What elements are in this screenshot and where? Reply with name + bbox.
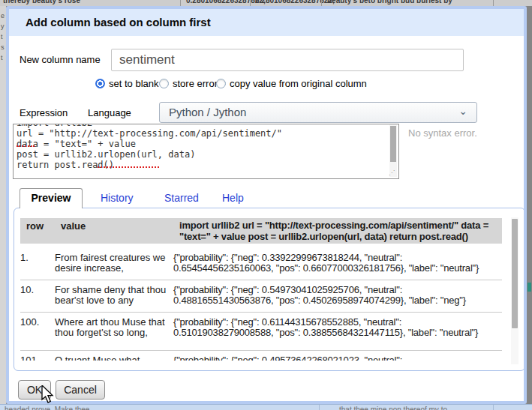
background-table-left-edge: e y t s t: [0, 6, 6, 404]
background-fragment: t: [1, 54, 3, 61]
header-expression: import urllib2 url = "http://text-proces…: [179, 220, 506, 242]
background-scroll-marker: [527, 283, 531, 292]
row-output: {"probability": {"neg": 0.33922999673818…: [173, 253, 500, 273]
new-column-name-label: New column name: [20, 54, 101, 65]
new-column-name-input[interactable]: sentiment: [111, 49, 464, 71]
cancel-button[interactable]: Cancel: [56, 380, 105, 400]
row-output: {"probability": {"neg": 0.61144315678552…: [173, 317, 500, 337]
tab-help[interactable]: Help: [222, 192, 244, 204]
row-divider: [20, 350, 502, 351]
row-divider: [20, 280, 502, 280]
expression-editor[interactable]: import urllib2 url = "http://text-proces…: [13, 124, 399, 179]
row-value: Where art thou Muse that thou forget'st …: [55, 317, 169, 337]
preview-panel: row value import urllib2 url = "http://t…: [14, 208, 525, 371]
radio-set-to-blank-label[interactable]: set to blank: [109, 78, 159, 89]
expression-code: import urllib2 url = "http://text-proces…: [17, 124, 398, 170]
add-column-dialog: Add column based on column first New col…: [6, 6, 527, 404]
background-table-top-row: thereby beauty's rose 0.2801068226328782…: [0, 0, 532, 6]
background-cell: headed prove, Make thee: [5, 406, 89, 410]
row-index: 1.: [20, 253, 50, 263]
background-cell: beauty's beto bright bud buriest by: [327, 0, 452, 4]
header-value: value: [61, 220, 175, 232]
background-right-gutter: [527, 6, 532, 404]
dialog-header: Add column based on column first: [9, 9, 524, 36]
header-row: row: [26, 220, 56, 232]
radio-set-to-blank[interactable]: [95, 79, 105, 88]
editor-resize-grip[interactable]: ⋰: [389, 169, 397, 177]
spellcheck-underline: [98, 165, 159, 168]
radio-copy-value[interactable]: [216, 79, 226, 88]
screen: thereby beauty's rose 0.2801068226328782…: [0, 0, 532, 410]
row-value: From fairest creatures we desire increas…: [55, 253, 169, 273]
preview-scrollbar-thumb[interactable]: [512, 219, 518, 328]
language-label: Language: [88, 107, 131, 118]
background-fragment: e: [1, 12, 5, 19]
column-divider: [319, 405, 320, 410]
radio-store-error[interactable]: [159, 79, 169, 88]
language-select[interactable]: Python / Jython ⌄: [159, 102, 477, 123]
row-output: {"probability": {"neg": 0.54973041025925…: [173, 285, 500, 305]
row-divider: [20, 312, 502, 313]
column-divider: [493, 405, 494, 410]
row-value: For shame deny that thou bear'st love to…: [55, 285, 169, 305]
mouse-cursor: [41, 385, 56, 405]
tab-preview-label: Preview: [32, 192, 71, 204]
radio-copy-value-label[interactable]: copy value from original column: [230, 78, 367, 89]
tab-preview[interactable]: Preview: [20, 188, 83, 208]
background-cell: thereby beauty's rose: [3, 0, 80, 4]
tab-starred[interactable]: Starred: [164, 192, 199, 204]
column-divider: [493, 0, 494, 6]
background-cell: that thee mine non thereof my to: [339, 406, 447, 410]
column-divider: [250, 0, 251, 6]
background-fragment: y: [1, 22, 5, 30]
ok-button-label: OK: [27, 384, 42, 396]
dialog-title: Add column based on column first: [26, 16, 211, 28]
syntax-status: No syntax error.: [408, 127, 477, 139]
cancel-button-label: Cancel: [64, 384, 97, 396]
background-cell: 0.28010682263287822,: [186, 0, 266, 4]
background-fragment: s: [1, 43, 5, 51]
new-column-name-value: sentiment: [119, 52, 175, 67]
expression-label: Expression: [20, 107, 68, 118]
tab-history[interactable]: History: [101, 192, 134, 204]
column-divider: [180, 0, 181, 6]
background-table-bottom-row: headed prove, Make thee that thee mine n…: [0, 404, 532, 410]
clipped-row-mask: [16, 361, 508, 370]
background-cell: 0.28010682263287822,: [255, 0, 335, 4]
column-divider: [321, 0, 322, 6]
row-index: 10.: [20, 285, 50, 295]
language-select-value: Python / Jython: [169, 106, 246, 118]
editor-scrollbar-thumb[interactable]: [390, 126, 396, 162]
chevron-down-icon: ⌄: [458, 105, 467, 117]
row-index: 100.: [20, 317, 50, 328]
spellcheck-underline: [17, 144, 35, 147]
radio-store-error-label[interactable]: store error: [173, 78, 218, 89]
preview-table-header: row value import urllib2 url = "http://t…: [20, 218, 502, 244]
background-fragment: t: [1, 33, 3, 40]
